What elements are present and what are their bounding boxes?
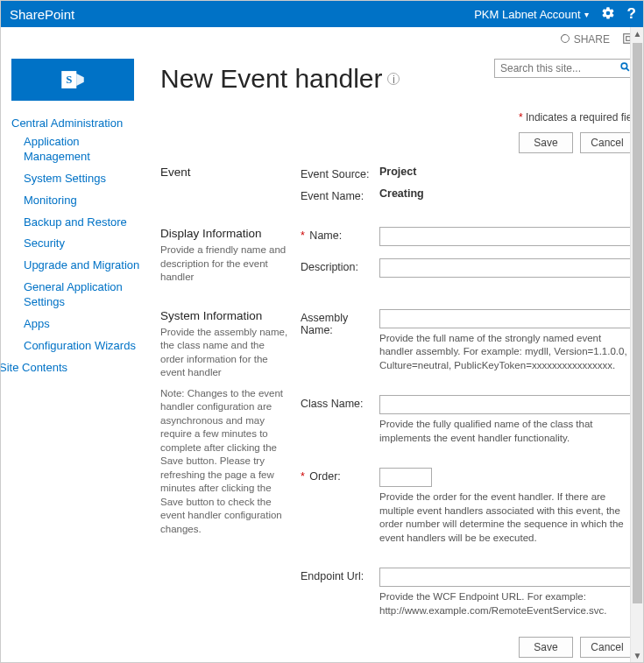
site-logo[interactable]: S [11, 59, 134, 101]
scrollbar-thumb[interactable] [633, 43, 642, 603]
main-area: New Event handler i * Indicates a requir… [143, 59, 634, 655]
class-help: Provide the fully qualified name of the … [379, 418, 634, 445]
required-note: * Indicates a required fiel [160, 111, 634, 123]
svg-line-7 [626, 68, 629, 71]
assembly-help: Provide the full name of the strongly na… [379, 332, 634, 373]
nav-item-security[interactable]: Security [24, 236, 143, 251]
nav-heading[interactable]: Central Administration [11, 116, 143, 130]
required-note-text: Indicates a required fiel [526, 111, 634, 123]
endpoint-input[interactable] [379, 568, 633, 587]
share-button[interactable]: SHARE [560, 33, 610, 46]
header-row: New Event handler i [160, 59, 634, 94]
ribbon-row: SHARE [1, 27, 644, 52]
nav-item-upgrade-migration[interactable]: Upgrade and Migration [24, 258, 143, 273]
svg-text:S: S [66, 74, 72, 86]
content-wrap: S Central Administration Application Man… [1, 52, 644, 663]
endpoint-label: Endpoint Url: [301, 568, 379, 582]
section-display-desc: Provide a friendly name and description … [160, 243, 290, 285]
search-box [494, 59, 634, 78]
info-icon[interactable]: i [387, 73, 400, 85]
assembly-input[interactable] [379, 309, 633, 328]
suite-bar: SharePoint PKM Labnet Account ▾ ? [1, 1, 644, 27]
event-source-label: Event Source: [301, 166, 379, 180]
suite-right: PKM Labnet Account ▾ ? [474, 5, 636, 23]
cancel-button-bottom[interactable]: Cancel [580, 637, 634, 658]
section-display: Display Information Provide a friendly n… [160, 227, 634, 292]
class-label: Class Name: [301, 395, 379, 410]
nav-item-monitoring[interactable]: Monitoring [24, 194, 143, 208]
endpoint-help: Provide the WCF Endpoint URL. For exampl… [379, 590, 634, 617]
nav-item-apps[interactable]: Apps [24, 317, 143, 332]
section-system: System Information Provide the assembly … [160, 309, 634, 625]
svg-point-6 [621, 63, 627, 69]
scrollbar[interactable]: ▲ ▼ [630, 27, 644, 663]
section-display-title: Display Information [160, 227, 290, 240]
left-nav: S Central Administration Application Man… [11, 59, 143, 655]
save-button-top[interactable]: Save [519, 132, 573, 153]
section-event: Event Event Source: Project Event Name: … [160, 166, 634, 209]
event-source-value: Project [379, 166, 416, 178]
account-name: PKM Labnet Account [474, 8, 580, 21]
description-input[interactable] [379, 258, 633, 278]
event-name-value: Creating [379, 187, 424, 200]
section-system-desc: Provide the assembly name, the class nam… [160, 326, 290, 380]
cancel-button-top[interactable]: Cancel [580, 132, 634, 153]
order-label: * Order: [301, 468, 379, 483]
section-event-title: Event [160, 166, 290, 179]
name-input[interactable] [379, 227, 633, 246]
top-button-row: Save Cancel [160, 132, 634, 153]
chevron-down-icon: ▾ [584, 10, 589, 19]
section-system-note: Note: Changes to the event handler confi… [160, 387, 290, 537]
help-icon[interactable]: ? [627, 5, 636, 23]
nav-item-app-mgmt[interactable]: Application Management [24, 135, 143, 165]
svg-marker-5 [76, 74, 84, 86]
order-input[interactable] [379, 468, 432, 487]
assembly-label: Assembly Name: [301, 309, 379, 336]
account-menu[interactable]: PKM Labnet Account ▾ [474, 8, 588, 21]
name-label: * Name: [301, 227, 379, 242]
order-help: Provide the order for the event handler.… [379, 490, 634, 545]
scroll-up-icon[interactable]: ▲ [631, 27, 644, 41]
description-label: Description: [301, 258, 379, 273]
page-title-text: New Event handler [160, 64, 382, 94]
page-title: New Event handler i [160, 64, 400, 94]
bottom-button-row: Save Cancel [160, 637, 634, 658]
share-icon [560, 33, 570, 46]
scroll-down-icon[interactable]: ▼ [631, 649, 644, 663]
share-label: SHARE [574, 33, 610, 46]
sharepoint-icon: S [58, 65, 88, 95]
nav-item-backup-restore[interactable]: Backup and Restore [24, 215, 143, 230]
nav-item-system-settings[interactable]: System Settings [24, 172, 143, 187]
search-input[interactable] [494, 59, 634, 78]
event-name-label: Event Name: [301, 187, 379, 202]
nav-item-general-app-settings[interactable]: General Application Settings [24, 280, 143, 310]
save-button-bottom[interactable]: Save [519, 637, 573, 658]
nav-site-contents[interactable]: Site Contents [1, 361, 143, 374]
nav-item-config-wizards[interactable]: Configuration Wizards [24, 339, 143, 354]
gear-icon[interactable] [601, 6, 615, 23]
class-input[interactable] [379, 395, 633, 414]
section-system-title: System Information [160, 309, 290, 322]
brand-label: SharePoint [10, 7, 74, 22]
